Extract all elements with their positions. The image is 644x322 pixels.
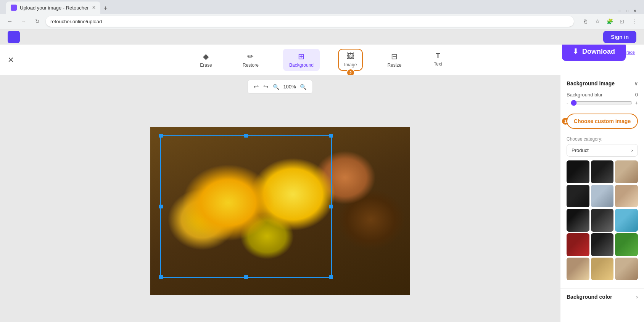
thumb-1[interactable]: [567, 160, 589, 183]
text-label: Text: [434, 61, 442, 67]
browser-chrome: Upload your image - Retoucher ✕ + ─ □ ✕ …: [0, 0, 644, 29]
text-tool[interactable]: T Text: [426, 49, 450, 71]
share-button[interactable]: ⎗: [580, 16, 591, 27]
blur-row: Background blur 0: [567, 92, 638, 98]
tab-favicon: [11, 5, 17, 11]
blur-value: 0: [635, 92, 638, 98]
zoom-in-button[interactable]: 🔍: [299, 83, 307, 91]
image-tool[interactable]: 🖼 Image 2: [338, 49, 363, 71]
erase-icon: ◆: [203, 52, 209, 61]
thumb-8[interactable]: [591, 209, 614, 232]
thumb-9[interactable]: [615, 209, 638, 232]
custom-image-wrapper: 1 Choose custom image: [567, 110, 638, 133]
background-icon: ⊞: [298, 52, 304, 61]
category-value: Product: [572, 147, 589, 153]
thumb-5[interactable]: [591, 185, 614, 208]
minimize-button[interactable]: ─: [617, 8, 623, 14]
category-select[interactable]: Product ›: [567, 144, 638, 157]
restore-label: Restore: [243, 62, 259, 68]
canvas-area: ↩ ↪ 🔍 100% 🔍: [0, 75, 644, 322]
app-logo: [8, 31, 20, 43]
thumb-14[interactable]: [591, 258, 614, 280]
menu-button[interactable]: ⋮: [629, 16, 639, 27]
zoom-out-button[interactable]: 🔍: [272, 83, 280, 91]
thumb-11[interactable]: [591, 233, 614, 256]
reload-button[interactable]: ↻: [32, 16, 43, 27]
background-image-content: Background blur 0 - + 1 Choo: [560, 92, 644, 288]
resize-tool[interactable]: ⊟ Resize: [381, 49, 407, 71]
profile-button[interactable]: ⊡: [617, 16, 627, 27]
background-color-row[interactable]: Background color ›: [560, 288, 644, 305]
food-background: [150, 127, 410, 295]
resize-label: Resize: [387, 62, 401, 68]
canvas-image: [150, 127, 410, 295]
thumb-12[interactable]: [615, 233, 638, 256]
background-image-header[interactable]: Background image ∨: [560, 75, 644, 92]
forward-button[interactable]: →: [18, 16, 29, 27]
background-color-label: Background color: [567, 294, 612, 300]
new-tab-button[interactable]: +: [100, 3, 111, 14]
image-icon: 🖼: [347, 52, 354, 61]
thumb-4[interactable]: [567, 185, 589, 208]
blur-decrease-button[interactable]: -: [567, 100, 568, 106]
restore-icon: ✏: [247, 52, 254, 61]
background-image-label: Background image: [567, 80, 615, 87]
active-tab[interactable]: Upload your image - Retoucher ✕: [6, 2, 100, 14]
choose-custom-image-button[interactable]: Choose custom image: [567, 114, 638, 129]
restore-tool[interactable]: ✏ Restore: [237, 49, 265, 71]
tab-close-button[interactable]: ✕: [92, 5, 96, 10]
image-wrapper: [150, 127, 410, 295]
undo-button[interactable]: ↩: [253, 82, 259, 91]
blur-label: Background blur: [567, 92, 603, 98]
right-panel: Background image ∨ Background blur 0 - +: [560, 75, 644, 322]
download-label: Download: [582, 48, 615, 56]
app-top-strip: Sign in: [0, 29, 644, 45]
category-chevron: ›: [631, 147, 633, 153]
title-bar: Upload your image - Retoucher ✕ + ─ □ ✕: [0, 0, 644, 14]
erase-label: Erase: [200, 62, 212, 68]
thumb-15[interactable]: [615, 258, 638, 280]
thumb-6[interactable]: [615, 185, 638, 208]
choose-category-label: Choose category:: [567, 136, 638, 142]
thumbnail-grid: [567, 160, 638, 282]
download-icon: ⬇: [573, 47, 578, 56]
background-image-chevron: ∨: [634, 80, 638, 87]
canvas-main: ↩ ↪ 🔍 100% 🔍: [0, 75, 560, 322]
thumb-13[interactable]: [567, 258, 589, 280]
thumb-10[interactable]: [567, 233, 589, 256]
text-icon: T: [436, 52, 440, 60]
maximize-button[interactable]: □: [624, 8, 630, 14]
bookmark-button[interactable]: ☆: [592, 16, 603, 27]
extensions-button[interactable]: 🧩: [604, 16, 615, 27]
strip-download-button[interactable]: Sign in: [603, 31, 636, 43]
redo-button[interactable]: ↪: [262, 82, 269, 91]
resize-icon: ⊟: [391, 52, 398, 61]
app-wrapper: ✕ ◆ Erase ✏ Restore ⊞ Background 🖼 Image: [0, 45, 644, 322]
tab-title: Upload your image - Retoucher: [20, 5, 89, 11]
blur-increase-button[interactable]: +: [635, 100, 638, 106]
background-tool[interactable]: ⊞ Background: [283, 49, 320, 71]
close-editor-button[interactable]: ✕: [8, 55, 14, 64]
browser-actions: ⎗ ☆ 🧩 ⊡ ⋮: [580, 16, 639, 27]
zoom-value: 100%: [283, 84, 296, 90]
erase-tool[interactable]: ◆ Erase: [194, 49, 218, 71]
download-button[interactable]: ⬇ Download: [562, 45, 626, 61]
canvas-container[interactable]: [0, 98, 560, 322]
back-button[interactable]: ←: [5, 16, 15, 27]
background-image-section: Background image ∨ Background blur 0 - +: [560, 75, 644, 288]
thumb-3[interactable]: [615, 160, 638, 183]
address-bar-row: ← → ↻ ⎗ ☆ 🧩 ⊡ ⋮: [0, 14, 644, 29]
address-input[interactable]: [46, 16, 574, 27]
toolbar-tools: ◆ Erase ✏ Restore ⊞ Background 🖼 Image 2: [194, 49, 450, 71]
image-label: Image: [344, 62, 357, 67]
background-label: Background: [289, 62, 314, 68]
close-window-button[interactable]: ✕: [632, 8, 638, 14]
blur-slider-row: - +: [567, 100, 638, 106]
thumb-2[interactable]: [591, 160, 614, 183]
window-controls: ─ □ ✕: [617, 8, 638, 14]
background-color-chevron: ›: [636, 294, 638, 300]
blur-slider[interactable]: [571, 100, 633, 106]
zoom-controls: ↩ ↪ 🔍 100% 🔍: [247, 80, 312, 94]
thumb-7[interactable]: [567, 209, 589, 232]
tab-bar: Upload your image - Retoucher ✕ + ─ □ ✕: [3, 0, 641, 14]
